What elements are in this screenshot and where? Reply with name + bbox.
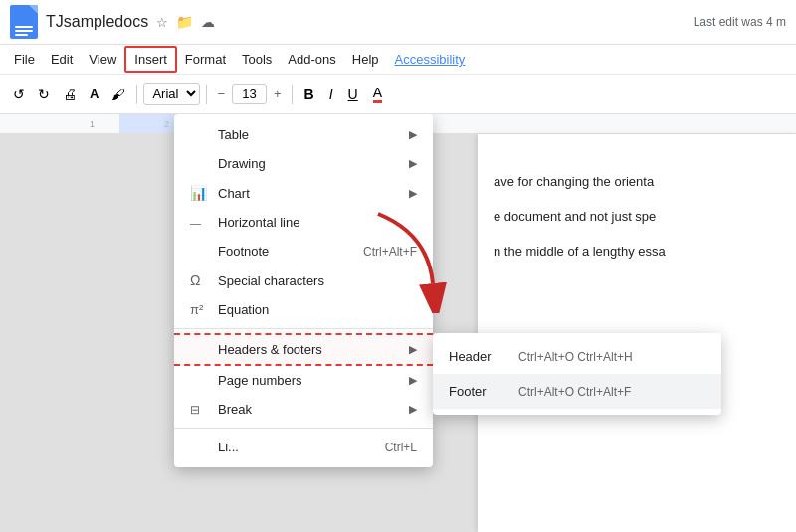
cloud-icon[interactable]: ☁ [201, 14, 215, 30]
insert-menu-item-special[interactable]: Ω Special characters [174, 266, 433, 295]
doc-text-line-1: ave for changing the orienta [494, 154, 780, 189]
break-label: Break [218, 402, 409, 417]
chart-icon: 📊 [190, 185, 210, 201]
insert-menu-item-link[interactable]: Li... Ctrl+L [174, 433, 433, 461]
footer-label: Footer [449, 384, 518, 399]
menu-item-addons[interactable]: Add-ons [280, 48, 343, 71]
ruler-highlight [119, 114, 179, 133]
link-shortcut: Ctrl+L [385, 441, 417, 454]
header-shortcut: Ctrl+Alt+O Ctrl+Alt+H [518, 350, 633, 364]
top-bar: TJsampledocs ☆ 📁 ☁ Last edit was 4 m [0, 0, 796, 45]
submenu-item-footer[interactable]: Footer Ctrl+Alt+O Ctrl+Alt+F [433, 374, 721, 409]
hline-label: Horizontal line [218, 215, 417, 230]
toolbar: ↺ ↻ 🖨 A 🖌 Arial − + B I U A [0, 75, 796, 114]
table-arrow: ▶ [409, 128, 417, 141]
menu-item-file[interactable]: File [6, 48, 43, 71]
paint-format-button[interactable]: 🖌 [106, 84, 130, 105]
header-label: Header [449, 349, 518, 364]
print-button[interactable]: 🖨 [58, 84, 82, 105]
doc-icon [10, 5, 38, 39]
toolbar-separator [136, 85, 137, 104]
spell-check-button[interactable]: A [85, 84, 103, 104]
document-area: 1 2 3 4 5 ave for changing the orienta e… [0, 114, 796, 532]
menu-item-edit[interactable]: Edit [43, 48, 81, 71]
menu-bar: File Edit View Insert Format Tools Add-o… [0, 45, 796, 75]
break-icon: ⊟ [190, 403, 210, 417]
drawing-label: Drawing [218, 156, 409, 171]
toolbar-separator-3 [292, 85, 293, 104]
redo-button[interactable]: ↻ [33, 84, 55, 105]
doc-text-line-3: n the middle of a lengthy essa [494, 244, 780, 259]
page-numbers-arrow: ▶ [409, 374, 417, 387]
undo-button[interactable]: ↺ [8, 84, 30, 105]
menu-divider-1 [174, 328, 433, 329]
insert-menu-item-drawing[interactable]: Drawing ▶ [174, 149, 433, 178]
insert-menu-item-footnote[interactable]: Footnote Ctrl+Alt+F [174, 237, 433, 266]
font-size-input[interactable] [232, 84, 267, 104]
underline-button[interactable]: U [342, 84, 364, 105]
break-arrow: ▶ [409, 403, 417, 416]
headers-footers-arrow: ▶ [409, 343, 417, 356]
doc-text-line-2: e document and not just spe [494, 209, 780, 224]
menu-item-format[interactable]: Format [177, 48, 234, 71]
insert-menu-item-equation[interactable]: π² Equation [174, 295, 433, 324]
menu-item-insert[interactable]: Insert [124, 46, 177, 73]
last-edit-text: Last edit was 4 m [694, 15, 786, 29]
footnote-label: Footnote [218, 244, 363, 259]
special-icon: Ω [190, 272, 210, 288]
drawing-arrow: ▶ [409, 157, 417, 170]
footnote-shortcut: Ctrl+Alt+F [363, 245, 417, 259]
insert-menu-item-hline[interactable]: — Horizontal line [174, 208, 433, 237]
equation-label: Equation [218, 302, 417, 317]
special-label: Special characters [218, 273, 417, 288]
bold-button[interactable]: B [298, 84, 320, 105]
font-minus[interactable]: − [213, 85, 229, 103]
chart-label: Chart [218, 186, 409, 201]
link-label: Li... [218, 440, 385, 454]
italic-button[interactable]: I [323, 84, 339, 105]
submenu-item-header[interactable]: Header Ctrl+Alt+O Ctrl+Alt+H [433, 339, 721, 374]
menu-item-view[interactable]: View [81, 48, 124, 71]
hline-icon: — [190, 217, 210, 229]
page-numbers-label: Page numbers [218, 373, 409, 388]
text-color-button[interactable]: A [367, 83, 388, 106]
menu-item-help[interactable]: Help [344, 48, 387, 71]
table-label: Table [218, 127, 409, 142]
star-icon[interactable]: ☆ [156, 15, 168, 30]
footer-shortcut: Ctrl+Alt+O Ctrl+Alt+F [518, 385, 631, 399]
doc-title: TJsampledocs [46, 13, 148, 31]
font-plus[interactable]: + [270, 85, 286, 103]
chart-arrow: ▶ [409, 187, 417, 200]
equation-icon: π² [190, 302, 210, 317]
insert-menu-item-page-numbers[interactable]: Page numbers ▶ [174, 366, 433, 395]
headers-footers-label: Headers & footers [218, 342, 409, 357]
font-selector[interactable]: Arial [143, 83, 200, 105]
menu-item-accessibility[interactable]: Accessibility [387, 48, 474, 71]
insert-menu-item-break[interactable]: ⊟ Break ▶ [174, 395, 433, 424]
insert-menu-item-headers-footers[interactable]: Headers & footers ▶ Header Ctrl+Alt+O Ct… [174, 333, 433, 366]
insert-menu-item-table[interactable]: Table ▶ [174, 120, 433, 149]
menu-item-tools[interactable]: Tools [234, 48, 280, 71]
folder-icon[interactable]: 📁 [176, 14, 193, 30]
headers-footers-submenu: Header Ctrl+Alt+O Ctrl+Alt+H Footer Ctrl… [433, 333, 721, 415]
toolbar-separator-2 [206, 85, 207, 104]
insert-dropdown: Table ▶ Drawing ▶ 📊 Chart ▶ — Horizontal… [174, 114, 433, 467]
menu-divider-2 [174, 428, 433, 429]
insert-menu-item-chart[interactable]: 📊 Chart ▶ [174, 178, 433, 208]
